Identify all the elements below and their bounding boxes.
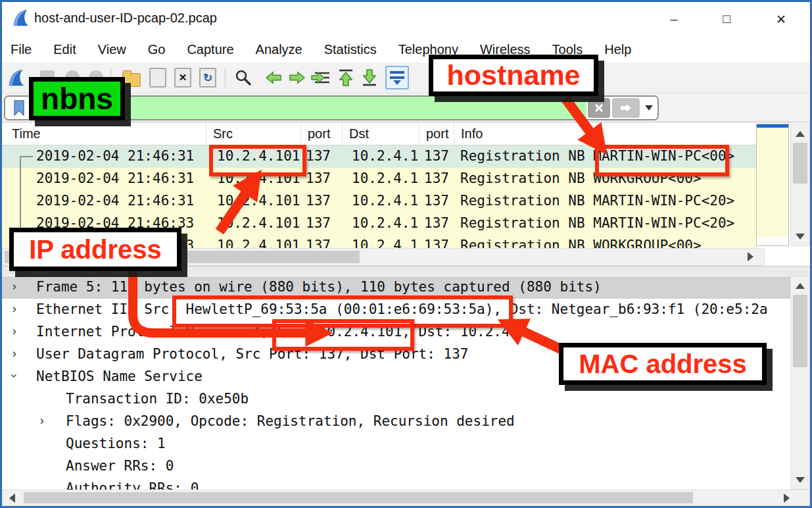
cell-sport: 137 [306,193,331,209]
vscroll-thumb[interactable] [793,295,807,367]
filter-apply-icon[interactable] [612,98,640,118]
collapse-icon[interactable]: › [7,372,22,379]
menu-telephony[interactable]: Telephony [398,42,458,57]
details-vscrollbar[interactable] [790,276,810,490]
cell-src: 10.2.4.101 [217,193,300,209]
expand-icon[interactable]: › [11,324,18,338]
column-header-dst[interactable]: Dst [342,122,369,145]
filter-toolbar: Expression... + [0,93,812,122]
pane-splitter[interactable] [0,266,812,276]
cell-dport: 137 [424,170,449,186]
go-last-packet-icon[interactable] [358,65,381,90]
stop-capture-icon[interactable] [36,65,59,90]
find-packet-icon[interactable] [231,65,255,90]
minimize-button[interactable]: – [661,9,687,29]
vscroll-thumb[interactable] [793,143,807,184]
packet-list-hscrollbar[interactable] [2,248,765,266]
packet-row[interactable]: 2019-02-04 21:46:3110.2.4.10113710.2.4.1… [0,190,756,213]
menu-tools[interactable]: Tools [552,42,583,57]
column-header-src[interactable]: Src [206,122,233,145]
menu-statistics[interactable]: Statistics [324,42,377,57]
packet-row[interactable]: 2019-02-04 21:46:3110.2.4.10113710.2.4.1… [0,145,756,168]
menu-capture[interactable]: Capture [187,42,233,57]
scroll-down-icon[interactable] [792,472,808,488]
cell-sport: 137 [306,215,331,231]
packet-details: ›Frame 5: 110 bytes on wire (880 bits), … [0,276,790,490]
packet-list-minimap[interactable] [756,124,789,246]
cell-dport: 137 [424,193,449,209]
scroll-right-icon[interactable] [742,249,758,265]
menu-go[interactable]: Go [148,42,166,57]
detail-line[interactable]: ›User Datagram Protocol, Src Port: 137, … [0,343,790,366]
detail-line[interactable]: ›Internet Protocol Version 4, Src: 10.2.… [0,321,790,343]
cell-sport: 137 [306,238,331,248]
hscroll-thumb[interactable] [24,492,693,503]
cell-src: 10.2.4.101 [217,170,300,186]
go-to-packet-icon[interactable] [309,65,333,90]
detail-line[interactable]: ›Flags: 0x2900, Opcode: Registration, Re… [0,411,790,433]
cell-time: 2019-02-04 21:46:31 [36,170,194,186]
column-header-time[interactable]: Time [5,122,41,145]
column-header-info[interactable]: Info [454,122,483,145]
cell-src: 10.2.4.101 [217,238,300,248]
expand-icon[interactable]: › [11,301,18,316]
detail-line[interactable]: Answer RRs: 0 [0,455,790,478]
display-filter-input[interactable] [34,97,586,119]
packet-list-vscrollbar[interactable] [790,124,810,246]
maximize-button[interactable]: □ [713,9,740,29]
display-filter-box [4,95,659,120]
menu-view[interactable]: View [98,42,126,57]
detail-text: User Datagram Protocol, Src Port: 137, D… [36,346,468,362]
minimap-footer [757,237,788,245]
close-button[interactable]: ✕ [768,9,794,29]
auto-scroll-icon[interactable] [385,65,409,90]
expand-icon[interactable]: › [11,346,18,361]
go-forward-icon[interactable] [285,65,309,90]
detail-line[interactable]: Authority RRs: 0 [0,478,790,490]
detail-text: Authority RRs: 0 [66,480,199,490]
open-file-icon[interactable] [120,65,143,90]
details-hscrollbar[interactable] [2,490,810,506]
menu-help[interactable]: Help [604,42,631,57]
menu-analyze[interactable]: Analyze [256,42,302,57]
filter-clear-icon[interactable] [588,98,610,118]
packet-row[interactable]: 2019-02-04 21:46:3110.2.4.10113710.2.4.1… [0,168,756,190]
restart-capture-icon[interactable] [60,65,84,90]
scroll-right-icon[interactable] [778,490,794,506]
filter-bookmark-icon[interactable] [5,97,34,119]
scroll-down-icon[interactable] [792,228,808,244]
menu-edit[interactable]: Edit [53,42,76,57]
close-file-icon[interactable]: ✕ [171,65,195,90]
menu-file[interactable]: File [11,42,32,57]
expand-icon[interactable]: › [11,279,18,293]
wireshark-fin-icon [11,8,30,28]
detail-line[interactable]: ›NetBIOS Name Service [0,366,790,388]
packet-row[interactable]: 2019-02-04 21:46:3310.2.4.10113710.2.4.1… [0,235,756,248]
scroll-up-icon[interactable] [792,278,808,293]
go-first-packet-icon[interactable] [334,65,358,90]
scroll-up-icon[interactable] [792,126,808,141]
scroll-left-icon[interactable] [4,490,20,506]
detail-text: Transaction ID: 0xe50b [66,391,249,407]
toolbar-separator [225,68,226,88]
detail-line[interactable]: ›Ethernet II, Src: HewlettP_69:53:5a (00… [0,299,790,321]
start-capture-icon[interactable] [4,65,28,90]
detail-line[interactable]: Transaction ID: 0xe50b [0,388,790,411]
column-header-port-dst[interactable]: port [419,122,448,145]
menu-wireless[interactable]: Wireless [480,42,531,57]
detail-line[interactable]: Questions: 1 [0,433,790,455]
cell-dst: 10.2.4.1 [352,193,418,209]
filter-history-caret-icon[interactable] [640,97,657,119]
detail-line[interactable]: ›Frame 5: 110 bytes on wire (880 bits), … [0,276,790,299]
hscroll-thumb[interactable] [5,251,360,263]
capture-options-icon[interactable] [84,65,108,90]
column-header-port-src[interactable]: port [300,122,330,145]
go-back-icon[interactable] [262,65,285,90]
cell-time: 2019-02-04 21:46:31 [36,193,194,209]
reload-file-icon[interactable]: ↻ [196,65,220,90]
packet-list: 2019-02-04 21:46:3110.2.4.10113710.2.4.1… [0,145,756,248]
save-file-icon[interactable] [146,65,170,90]
wireshark-window: host-and-user-ID-pcap-02.pcap – □ ✕ File… [0,0,812,508]
expand-icon[interactable]: › [38,413,45,428]
packet-row[interactable]: 2019-02-04 21:46:3310.2.4.10113710.2.4.1… [0,213,756,235]
